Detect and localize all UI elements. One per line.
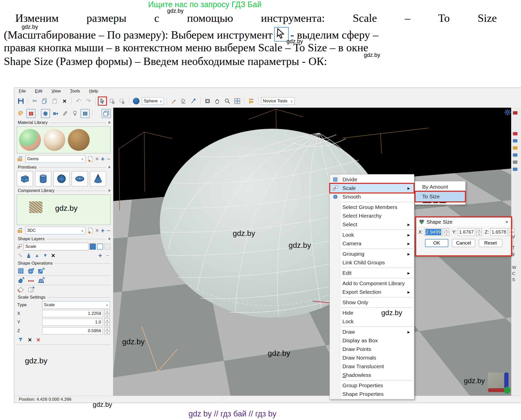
context-menu-item-shadowless[interactable]: Shadowless: [330, 371, 414, 379]
context-menu-item-draw-normals[interactable]: Draw Normals: [330, 353, 414, 362]
size-z-stepper[interactable]: ▲▼: [509, 228, 514, 236]
scale-operation-icon[interactable]: [38, 267, 45, 274]
spin-down-icon[interactable]: ▼: [476, 232, 482, 236]
context-menu-item-export-selection[interactable]: Export Selection▶: [330, 288, 414, 296]
scale-x-field[interactable]: 1.2259: [42, 310, 103, 317]
paint-brush-icon[interactable]: [170, 97, 178, 105]
context-menu-item-select-group-members[interactable]: Select Group Members: [330, 203, 414, 212]
submenu-item-by-amount[interactable]: By Amount: [415, 182, 465, 192]
scale-y-stepper[interactable]: ▲▼: [104, 318, 110, 326]
context-menu-item-shape-properties[interactable]: Shape Properties: [330, 390, 414, 398]
context-menu-item-show-only[interactable]: Show Only: [330, 298, 414, 307]
delete-icon[interactable]: ×: [60, 97, 69, 105]
menu-file[interactable]: File: [19, 89, 26, 94]
layer-lock-toggle[interactable]: [104, 244, 110, 250]
size-x-field[interactable]: 2.9499: [424, 228, 443, 236]
context-menu-item-draw-points[interactable]: Draw Points: [330, 345, 414, 353]
shape-layer-row[interactable]: Scale: [14, 242, 113, 251]
primitive-sphere[interactable]: [53, 171, 70, 186]
context-menu-item-select[interactable]: Select▶: [330, 220, 414, 229]
cancel-operation-icon[interactable]: ×: [28, 336, 32, 344]
scale-x-stepper[interactable]: ▲▼: [104, 310, 110, 317]
bone-tool-icon[interactable]: [61, 109, 69, 118]
scale-z-field[interactable]: 0.5956: [42, 327, 103, 334]
delete-library-icon[interactable]: ×: [96, 156, 99, 162]
submenu-item-to-size[interactable]: To Size: [415, 192, 465, 201]
layer-color-swatch[interactable]: [90, 244, 96, 250]
polygon-operation-icon[interactable]: [17, 277, 24, 284]
snap-align-icon[interactable]: [247, 97, 255, 105]
component-thumb[interactable]: [29, 201, 42, 213]
layer-name-field[interactable]: Scale: [24, 243, 88, 250]
spin-down-icon[interactable]: ▼: [444, 232, 449, 236]
copy-icon[interactable]: [41, 97, 49, 105]
new-library-icon[interactable]: [87, 156, 93, 162]
pan-hand-icon[interactable]: [213, 97, 222, 105]
primitives-toggle-icon[interactable]: [41, 109, 50, 118]
menu-tools[interactable]: Tools: [70, 89, 80, 94]
scale-z-stepper[interactable]: ▲▼: [104, 327, 110, 335]
spin-up-icon[interactable]: ▲: [509, 228, 514, 232]
undo-icon[interactable]: ↶: [74, 97, 83, 105]
dialog-title-bar[interactable]: Shape Size ×: [416, 218, 511, 226]
menu-view[interactable]: View: [52, 89, 61, 94]
primitive-cube[interactable]: [17, 171, 33, 186]
fill-bucket-icon[interactable]: [180, 97, 188, 105]
primitive-torus[interactable]: [72, 171, 88, 186]
tools-mode-dropdown[interactable]: Novice Tools ∨: [261, 97, 295, 105]
deform-operation-icon[interactable]: [17, 286, 24, 293]
spin-down-icon[interactable]: ▼: [104, 331, 110, 335]
lathe-operation-icon[interactable]: [38, 277, 45, 284]
material-library-list[interactable]: [17, 126, 110, 153]
select-tool-icon[interactable]: [98, 97, 106, 105]
paste-icon[interactable]: [51, 97, 59, 105]
context-menu-item-smooth[interactable]: Smooth: [330, 192, 414, 201]
layer-visibility-toggle[interactable]: [97, 244, 103, 250]
context-menu-item-camera[interactable]: Camera▶: [330, 239, 414, 248]
cut-icon[interactable]: ✂: [31, 97, 39, 105]
shape-select-dropdown[interactable]: Sphere ∨: [142, 97, 164, 105]
material-thumb-gem-green[interactable]: [19, 129, 41, 151]
move-down-icon[interactable]: ▼: [43, 253, 48, 258]
cancel-button[interactable]: Cancel: [452, 239, 475, 247]
open-box-operation-icon[interactable]: [27, 286, 35, 293]
context-menu-item-link-child-groups[interactable]: Link Child Groups: [330, 258, 414, 267]
spin-down-icon[interactable]: ▼: [509, 232, 514, 236]
component-category-dropdown[interactable]: 3DC ∨: [25, 227, 85, 234]
fit-view-icon[interactable]: [233, 97, 241, 105]
context-menu-item-draw[interactable]: Draw▶: [330, 328, 414, 336]
context-menu-item-scale[interactable]: Scale ▶: [330, 184, 414, 192]
size-x-stepper[interactable]: ▲▼: [444, 228, 449, 236]
delete-library-icon[interactable]: ×: [96, 227, 99, 234]
ok-button[interactable]: OK: [425, 239, 448, 247]
smooth-operation-icon[interactable]: [27, 267, 35, 274]
apply-filter-icon[interactable]: [18, 337, 23, 343]
material-category-dropdown[interactable]: Gems ∨: [25, 155, 85, 163]
menu-edit[interactable]: Edit: [35, 89, 42, 94]
spin-up-icon[interactable]: ▲: [104, 318, 110, 322]
context-menu-item-display-as-box[interactable]: Display as Box: [330, 336, 414, 345]
divide-operation-icon[interactable]: [17, 267, 24, 274]
close-icon[interactable]: ×: [108, 188, 110, 193]
close-icon[interactable]: ×: [108, 120, 110, 125]
context-menu-item-divide[interactable]: Divide: [330, 175, 414, 184]
material-color-swatch[interactable]: [132, 97, 140, 105]
primitive-cone[interactable]: [90, 171, 106, 186]
context-menu-item-look[interactable]: Look▶: [330, 231, 414, 239]
new-library-icon[interactable]: [87, 227, 93, 234]
redo-icon[interactable]: ↷: [84, 97, 92, 105]
palette-icon[interactable]: [17, 109, 25, 118]
context-menu-item-group-properties[interactable]: Group Properties: [330, 381, 414, 390]
remove-material-icon[interactable]: −: [107, 155, 110, 163]
context-menu-item-select-hierarchy[interactable]: Select Hierarchy: [330, 212, 414, 220]
size-y-stepper[interactable]: ▲▼: [476, 228, 482, 236]
anchor-pin-icon[interactable]: [26, 253, 31, 258]
scale-y-field[interactable]: 1.0: [42, 319, 103, 326]
reload-library-icon[interactable]: [17, 228, 23, 234]
context-menu-item-grouping[interactable]: Grouping▶: [330, 250, 414, 258]
delete-operation-icon[interactable]: ×: [36, 336, 40, 344]
remove-layer-icon[interactable]: −: [106, 252, 109, 260]
context-menu-item-draw-translucent[interactable]: Draw Translucent: [330, 362, 414, 371]
add-component-icon[interactable]: +: [101, 227, 105, 235]
context-menu-item-lock[interactable]: Lock: [330, 317, 414, 326]
